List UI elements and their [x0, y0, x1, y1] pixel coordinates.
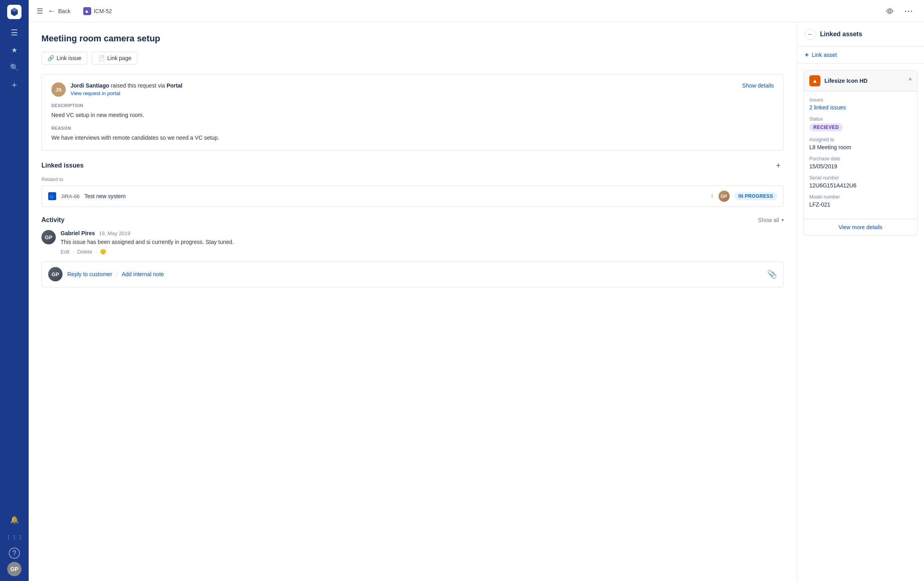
- svg-point-2: [889, 10, 891, 12]
- activity-avatar: GP: [41, 230, 56, 244]
- sidebar-item-starred[interactable]: ★: [7, 43, 22, 57]
- assigned-field-value: L8 Meeting room: [809, 144, 912, 150]
- link-asset-label: Link asset: [812, 52, 837, 58]
- more-options-button[interactable]: ⋯: [902, 4, 916, 18]
- linked-issue-status-badge: IN PROGRESS: [734, 192, 777, 200]
- sidebar-item-search[interactable]: 🔍: [7, 60, 22, 75]
- activity-text: This issue has been assigned and si curr…: [61, 238, 784, 246]
- issue-type-icon: ◆: [83, 7, 91, 15]
- hamburger-icon[interactable]: ☰: [37, 7, 43, 16]
- show-all-button[interactable]: Show all ▾: [758, 217, 784, 223]
- activity-author: Gabriel Pires: [61, 230, 95, 236]
- asset-card-header-left: ▲ Lifesize Icon HD: [809, 75, 867, 86]
- activity-header: Activity Show all ▾: [41, 216, 784, 224]
- description-value: Need VC setup in new meeting room.: [51, 111, 774, 119]
- panel-header: ← Linked assets: [797, 22, 924, 47]
- attach-icon[interactable]: 📎: [767, 269, 777, 279]
- assigned-field-label: Assigned to: [809, 137, 912, 142]
- issue-id: ICM-52: [94, 8, 112, 14]
- add-internal-note-button[interactable]: Add internal note: [122, 271, 164, 277]
- serial-field-label: Serial number: [809, 175, 912, 181]
- page-title: Meetiing room camera setup: [41, 33, 784, 44]
- panel-title: Linked assets: [820, 31, 862, 38]
- panel-back-button[interactable]: ←: [805, 29, 816, 40]
- sidebar-item-help[interactable]: ?: [9, 548, 20, 559]
- asset-purchase-field: Purchase date 15/05/2019: [809, 156, 912, 170]
- toolbar: 🔗 Link issue 📄 Link page: [41, 52, 784, 64]
- link-icon: 🔗: [47, 55, 54, 61]
- asset-model-field: Model number LFZ-021: [809, 194, 912, 208]
- plus-icon: +: [805, 51, 808, 58]
- activity-meta: Gabriel Pires 19, May 2019: [61, 230, 784, 236]
- link-page-label: Link page: [107, 55, 131, 61]
- main-content: Meetiing room camera setup 🔗 Link issue …: [29, 22, 797, 581]
- show-details-button[interactable]: Show details: [742, 82, 774, 89]
- asset-status-field: Status RECIEVED: [809, 116, 912, 131]
- show-all-label: Show all: [758, 217, 779, 223]
- asset-assigned-field: Assigned to L8 Meeting room: [809, 137, 912, 150]
- priority-icon: ↑: [711, 193, 714, 200]
- chevron-down-icon: ▾: [781, 217, 784, 223]
- asset-collapse-button[interactable]: ^: [908, 77, 912, 84]
- content-split: Meetiing room camera setup 🔗 Link issue …: [29, 22, 924, 581]
- request-header: JS Jordi Santiago raised this request vi…: [51, 82, 774, 97]
- portal-label: Portal: [166, 82, 182, 89]
- emoji-reaction-button[interactable]: 🙂: [100, 249, 106, 255]
- edit-comment-button[interactable]: Edit: [61, 249, 69, 255]
- linked-issue-assignee-avatar: GP: [718, 191, 730, 202]
- activity-section: Activity Show all ▾ GP Gabriel Pires 19,…: [41, 216, 784, 287]
- status-field-label: Status: [809, 116, 912, 122]
- add-linked-issue-button[interactable]: +: [773, 160, 784, 171]
- request-header-text: Jordi Santiago raised this request via P…: [70, 82, 182, 96]
- request-card: JS Jordi Santiago raised this request vi…: [41, 74, 784, 150]
- linked-issue-title: Test new system: [84, 193, 706, 199]
- purchase-field-value: 15/05/2019: [809, 163, 912, 170]
- linked-issues-title: Linked issues: [41, 162, 84, 169]
- svg-text:◻: ◻: [50, 195, 53, 199]
- view-portal-link[interactable]: View request in portal: [70, 90, 182, 96]
- watch-button[interactable]: [883, 4, 897, 18]
- sidebar-item-menu[interactable]: ☰: [7, 25, 22, 40]
- asset-card-header: ▲ Lifesize Icon HD ^: [804, 70, 917, 92]
- request-header-left: JS Jordi Santiago raised this request vi…: [51, 82, 182, 97]
- back-button[interactable]: ← Back: [48, 6, 70, 16]
- activity-content: Gabriel Pires 19, May 2019 This issue ha…: [61, 230, 784, 255]
- link-asset-button[interactable]: + Link asset: [797, 47, 924, 64]
- reply-bar: GP Reply to customer / Add internal note…: [41, 261, 784, 287]
- right-panel: ← Linked assets + Link asset ▲ Lifesize …: [797, 22, 924, 581]
- reason-label: REASON: [51, 126, 774, 131]
- delete-comment-button[interactable]: Delete: [77, 249, 92, 255]
- asset-issues-field: Issues 2 linked issues: [809, 97, 912, 111]
- reply-bar-actions: Reply to customer / Add internal note: [67, 271, 762, 277]
- model-field-value: LFZ-021: [809, 201, 912, 208]
- svg-text:◆: ◆: [85, 9, 88, 14]
- sidebar-item-notifications[interactable]: 🔔: [7, 513, 22, 527]
- reply-to-customer-button[interactable]: Reply to customer: [67, 271, 112, 277]
- reply-separator: /: [116, 271, 118, 277]
- description-label: DESCRIPTION: [51, 103, 774, 108]
- linked-issue-row[interactable]: ◻ JIRA-66 Test new system ↑ GP IN PROGRE…: [41, 185, 784, 207]
- topbar: ☰ ← Back ◆ ICM-52 ⋯: [29, 0, 924, 22]
- issues-field-value[interactable]: 2 linked issues: [809, 104, 912, 111]
- linked-issue-key: JIRA-66: [61, 193, 80, 199]
- asset-type-icon: ▲: [809, 75, 820, 86]
- link-issue-button[interactable]: 🔗 Link issue: [41, 52, 87, 64]
- purchase-field-label: Purchase date: [809, 156, 912, 162]
- related-to-label: Related to: [41, 177, 784, 182]
- reason-value: We have interviews with remote candidate…: [51, 134, 774, 142]
- avatar[interactable]: GP: [7, 562, 22, 576]
- sidebar-logo[interactable]: [7, 5, 22, 19]
- asset-fields: Issues 2 linked issues Status RECIEVED A…: [804, 92, 917, 219]
- back-label: Back: [58, 8, 70, 14]
- back-arrow-icon: ←: [48, 6, 56, 16]
- view-more-details-button[interactable]: View more details: [804, 219, 917, 235]
- action-dot-sep2: ·: [96, 249, 97, 255]
- link-page-button[interactable]: 📄 Link page: [92, 52, 137, 64]
- requester-name: Jordi Santiago: [70, 82, 109, 89]
- model-field-label: Model number: [809, 194, 912, 200]
- sidebar-item-create[interactable]: +: [7, 78, 22, 92]
- issue-badge[interactable]: ◆ ICM-52: [83, 7, 112, 15]
- sidebar-item-apps[interactable]: ⋮⋮⋮: [7, 530, 22, 544]
- linked-issues-header: Linked issues +: [41, 160, 784, 171]
- activity-actions: Edit · Delete · 🙂: [61, 249, 784, 255]
